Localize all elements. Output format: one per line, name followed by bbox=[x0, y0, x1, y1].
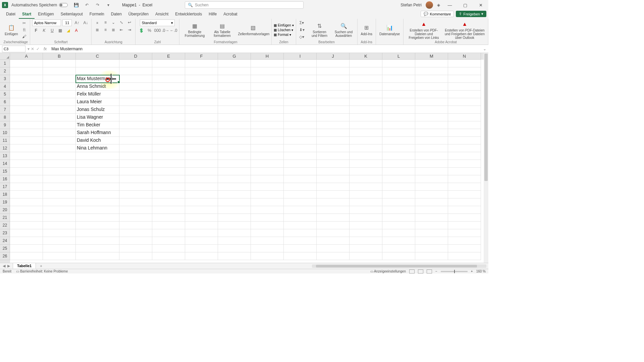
dec-decimal-icon[interactable]: ←.0 bbox=[170, 27, 177, 34]
cell-B17[interactable] bbox=[43, 183, 76, 191]
cell-E24[interactable] bbox=[152, 237, 185, 245]
cell-E23[interactable] bbox=[152, 229, 185, 237]
cell-F17[interactable] bbox=[185, 183, 218, 191]
view-normal-icon[interactable] bbox=[409, 269, 415, 274]
cell-C16[interactable] bbox=[76, 175, 119, 183]
cell-L9[interactable] bbox=[382, 121, 415, 129]
cell-M7[interactable] bbox=[415, 106, 448, 114]
cell-G26[interactable] bbox=[218, 252, 251, 260]
cell-A24[interactable] bbox=[10, 237, 43, 245]
cell-A13[interactable] bbox=[10, 152, 43, 160]
find-select-button[interactable]: 🔍Suchen und Auswählen bbox=[332, 21, 355, 38]
cell-H13[interactable] bbox=[251, 152, 284, 160]
cell-N4[interactable] bbox=[448, 83, 481, 90]
cell-C14[interactable] bbox=[76, 160, 119, 168]
comma-icon[interactable]: 000 bbox=[154, 27, 161, 34]
cell-B24[interactable] bbox=[43, 237, 76, 245]
cell-C12[interactable]: Nina Lehmann bbox=[76, 144, 119, 152]
cell-B15[interactable] bbox=[43, 168, 76, 175]
cell-D25[interactable] bbox=[119, 245, 152, 252]
zoom-slider[interactable] bbox=[441, 271, 468, 272]
cell-D2[interactable] bbox=[119, 67, 152, 75]
cell-M23[interactable] bbox=[415, 229, 448, 237]
cell-I3[interactable] bbox=[284, 75, 317, 83]
add-sheet-button[interactable]: ＋ bbox=[36, 263, 46, 268]
name-box[interactable]: C3 bbox=[2, 46, 25, 52]
format-painter-icon[interactable]: 🖌 bbox=[20, 34, 28, 40]
row-header-16[interactable]: 16 bbox=[0, 175, 10, 183]
align-bottom-icon[interactable]: ⌄ bbox=[110, 19, 117, 25]
share-button[interactable]: ⇪ Freigeben ▾ bbox=[456, 11, 486, 17]
cell-N1[interactable] bbox=[448, 60, 481, 67]
cell-H18[interactable] bbox=[251, 191, 284, 198]
cell-M25[interactable] bbox=[415, 245, 448, 252]
cell-D21[interactable] bbox=[119, 214, 152, 222]
cell-I15[interactable] bbox=[284, 168, 317, 175]
row-header-18[interactable]: 18 bbox=[0, 191, 10, 198]
row-header-6[interactable]: 6 bbox=[0, 98, 10, 106]
cell-I1[interactable] bbox=[284, 60, 317, 67]
cell-N14[interactable] bbox=[448, 160, 481, 168]
cell-M15[interactable] bbox=[415, 168, 448, 175]
cell-J13[interactable] bbox=[317, 152, 350, 160]
tab-formeln[interactable]: Formeln bbox=[86, 10, 108, 19]
cell-G16[interactable] bbox=[218, 175, 251, 183]
cell-G22[interactable] bbox=[218, 222, 251, 229]
cell-E11[interactable] bbox=[152, 137, 185, 144]
col-header-J[interactable]: J bbox=[317, 53, 350, 60]
cell-I17[interactable] bbox=[284, 183, 317, 191]
cell-B3[interactable] bbox=[43, 75, 76, 83]
cell-N3[interactable] bbox=[448, 75, 481, 83]
cell-J14[interactable] bbox=[317, 160, 350, 168]
cell-H5[interactable] bbox=[251, 90, 284, 98]
cell-K10[interactable] bbox=[350, 129, 382, 137]
cell-F14[interactable] bbox=[185, 160, 218, 168]
cell-D14[interactable] bbox=[119, 160, 152, 168]
cell-J24[interactable] bbox=[317, 237, 350, 245]
cell-N8[interactable] bbox=[448, 114, 481, 121]
cell-K23[interactable] bbox=[350, 229, 382, 237]
delete-cells-button[interactable]: ▦ Löschen ▾ bbox=[274, 28, 293, 32]
cell-M13[interactable] bbox=[415, 152, 448, 160]
cell-H10[interactable] bbox=[251, 129, 284, 137]
cell-J3[interactable] bbox=[317, 75, 350, 83]
cell-D24[interactable] bbox=[119, 237, 152, 245]
cell-J8[interactable] bbox=[317, 114, 350, 121]
cell-M3[interactable] bbox=[415, 75, 448, 83]
cell-G10[interactable] bbox=[218, 129, 251, 137]
cell-A6[interactable] bbox=[10, 98, 43, 106]
cell-E2[interactable] bbox=[152, 67, 185, 75]
cell-C22[interactable] bbox=[76, 222, 119, 229]
cell-G5[interactable] bbox=[218, 90, 251, 98]
cell-H8[interactable] bbox=[251, 114, 284, 121]
bold-button[interactable]: F bbox=[32, 27, 40, 34]
align-left-icon[interactable]: ≣ bbox=[94, 27, 101, 33]
cell-D12[interactable] bbox=[119, 144, 152, 152]
cell-J17[interactable] bbox=[317, 183, 350, 191]
cell-N7[interactable] bbox=[448, 106, 481, 114]
cell-K26[interactable] bbox=[350, 252, 382, 260]
cell-F23[interactable] bbox=[185, 229, 218, 237]
cell-M20[interactable] bbox=[415, 206, 448, 214]
cell-D5[interactable] bbox=[119, 90, 152, 98]
cell-N15[interactable] bbox=[448, 168, 481, 175]
cell-D23[interactable] bbox=[119, 229, 152, 237]
cell-I6[interactable] bbox=[284, 98, 317, 106]
cell-G7[interactable] bbox=[218, 106, 251, 114]
cell-E20[interactable] bbox=[152, 206, 185, 214]
cell-K15[interactable] bbox=[350, 168, 382, 175]
cell-K4[interactable] bbox=[350, 83, 382, 90]
cell-J6[interactable] bbox=[317, 98, 350, 106]
cell-M4[interactable] bbox=[415, 83, 448, 90]
cell-F24[interactable] bbox=[185, 237, 218, 245]
cell-I14[interactable] bbox=[284, 160, 317, 168]
cell-A25[interactable] bbox=[10, 245, 43, 252]
cell-E1[interactable] bbox=[152, 60, 185, 67]
sheet-nav-next-icon[interactable]: ▶ bbox=[7, 264, 10, 268]
cell-K16[interactable] bbox=[350, 175, 382, 183]
col-header-I[interactable]: I bbox=[284, 53, 317, 60]
row-header-12[interactable]: 12 bbox=[0, 144, 10, 152]
cell-H12[interactable] bbox=[251, 144, 284, 152]
cell-K19[interactable] bbox=[350, 198, 382, 206]
tab-datei[interactable]: Datei bbox=[3, 10, 19, 19]
